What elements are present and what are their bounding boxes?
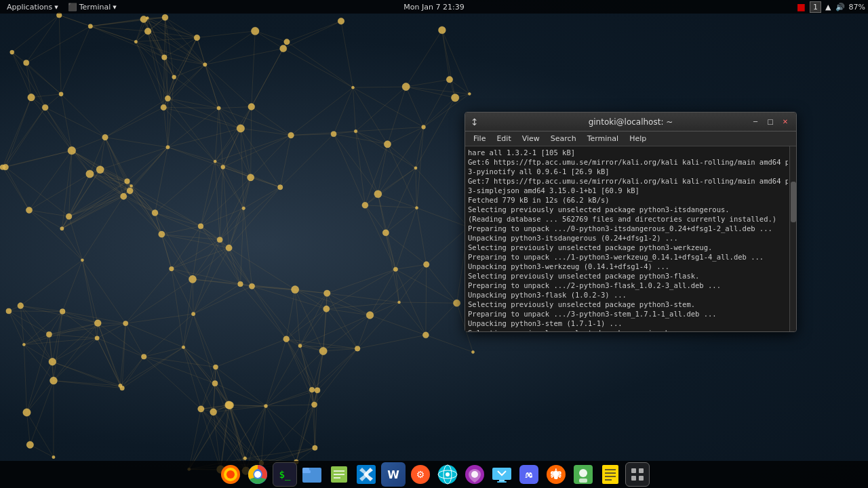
- dock-icon-discord[interactable]: [517, 462, 541, 487]
- menu-file[interactable]: File: [468, 133, 491, 144]
- svg-rect-32: [602, 465, 618, 484]
- speaker-icon: 🔊: [835, 3, 845, 12]
- menu-terminal[interactable]: Terminal: [582, 133, 625, 144]
- svg-rect-7: [302, 468, 309, 472]
- applications-menu[interactable]: Applications ▾: [3, 2, 62, 12]
- terminal-line: Preparing to unpack .../3-python3-stem_1…: [468, 309, 788, 319]
- svg-rect-38: [639, 468, 644, 473]
- svg-rect-37: [631, 468, 636, 473]
- svg-point-2: [226, 470, 235, 479]
- terminal-scrollbar-thumb[interactable]: [791, 182, 796, 222]
- dock-icon-chrome[interactable]: [245, 462, 270, 487]
- terminal-line: Preparing to unpack .../1-python3-werkze…: [468, 252, 788, 262]
- terminal-line: Selecting previously unselected package …: [468, 328, 788, 331]
- terminal-menubar: File Edit View Search Terminal Help: [465, 131, 796, 146]
- terminal-menu[interactable]: ⬛ Terminal ▾: [64, 2, 121, 12]
- svg-point-30: [579, 469, 587, 477]
- terminal-titlebar[interactable]: ↕ gintoki@localhost: ~ ─ □ ✕: [465, 113, 796, 131]
- terminal-line: Preparing to unpack .../2-python3-flask_…: [468, 281, 788, 290]
- menu-help[interactable]: Help: [624, 133, 652, 144]
- terminal-icon-small: ⬛: [68, 3, 77, 12]
- dock-icon-custom1[interactable]: ⚙: [408, 462, 433, 487]
- window-count: 1: [810, 1, 821, 13]
- svg-point-25: [526, 474, 528, 476]
- dock-icon-sticky[interactable]: [327, 462, 351, 487]
- close-button[interactable]: ✕: [780, 117, 791, 127]
- svg-rect-31: [579, 479, 587, 483]
- terminal-line: Preparing to unpack .../0-python3-itsdan…: [468, 224, 788, 233]
- applications-arrow: ▾: [54, 3, 58, 12]
- dock-icon-network[interactable]: [435, 462, 460, 487]
- dock-icon-green[interactable]: [571, 462, 595, 487]
- red-indicator: ■: [797, 1, 806, 12]
- dock-icon-files[interactable]: [300, 462, 324, 487]
- dock-icon-word[interactable]: W: [381, 462, 406, 487]
- terminal-line: hare all 1.3.2-1 [105 kB]: [468, 148, 788, 157]
- dock-icon-browser2[interactable]: [462, 462, 487, 487]
- top-right-panel: ■ 1 ▲ 🔊 87%: [797, 1, 865, 13]
- battery-pct: 87%: [849, 3, 865, 12]
- terminal-line: Unpacking python3-itsdangerous (0.24+dfs…: [468, 233, 788, 243]
- terminal-scrollbar[interactable]: [789, 146, 796, 331]
- cursor-icon: ↕: [471, 117, 479, 127]
- terminal-line: Get:6 https://ftp.acc.umu.se/mirror/kali…: [468, 157, 788, 167]
- terminal-line: Unpacking python3-werkzeug (0.14.1+dfsg1…: [468, 262, 788, 271]
- dock-icon-firefox[interactable]: [218, 462, 243, 487]
- applications-label: Applications: [7, 3, 52, 12]
- svg-point-18: [446, 472, 450, 476]
- menu-edit[interactable]: Edit: [491, 133, 516, 144]
- svg-point-20: [471, 471, 478, 478]
- svg-point-26: [530, 474, 531, 476]
- svg-rect-21: [492, 468, 511, 480]
- dock-icon-appgrid[interactable]: [625, 462, 650, 487]
- menu-view[interactable]: View: [517, 133, 545, 144]
- svg-text:🕷: 🕷: [551, 468, 561, 481]
- terminal-title: gintoki@localhost: ~: [589, 117, 673, 127]
- top-left-panel: Applications ▾ ⬛ Terminal ▾: [3, 2, 121, 12]
- dock-icon-vscode[interactable]: [354, 462, 378, 487]
- minimize-button[interactable]: ─: [750, 117, 761, 127]
- top-center-panel: Mon Jan 7 21:39: [403, 3, 464, 12]
- terminal-body[interactable]: hare all 1.3.2-1 [105 kB]Get:6 https://f…: [465, 146, 796, 331]
- dock-icon-notes[interactable]: [598, 462, 623, 487]
- svg-point-4: [254, 471, 261, 478]
- dock-icon-terminal[interactable]: $_: [273, 462, 297, 487]
- terminal-line: 3-simplejson amd64 3.15.0-1+b1 [60.9 kB]: [468, 186, 788, 195]
- terminal-line: Get:7 https://ftp.acc.umu.se/mirror/kali…: [468, 176, 788, 186]
- battery-display: 87%: [849, 3, 865, 12]
- dock-icon-burpsuite[interactable]: 🕷: [544, 462, 568, 487]
- top-panel: Applications ▾ ⬛ Terminal ▾ Mon Jan 7 21…: [0, 0, 868, 14]
- svg-rect-40: [639, 476, 644, 481]
- wifi-icon: ▲: [825, 3, 831, 12]
- svg-rect-23: [497, 481, 507, 483]
- terminal-line: (Reading database ... 562769 files and d…: [468, 214, 788, 224]
- terminal-line: Selecting previously unselected package …: [468, 300, 788, 309]
- terminal-line: Unpacking python3-flask (1.0.2-3) ...: [468, 290, 788, 300]
- svg-text:⚙: ⚙: [416, 469, 425, 480]
- terminal-line: Unpacking python3-stem (1.7.1-1) ...: [468, 319, 788, 328]
- terminal-window: ↕ gintoki@localhost: ~ ─ □ ✕ File Edit V…: [465, 112, 797, 332]
- terminal-line: 3-pyinotify all 0.9.6-1 [26.9 kB]: [468, 167, 788, 176]
- terminal-output: hare all 1.3.2-1 [105 kB]Get:6 https://f…: [468, 148, 788, 331]
- terminal-arrow: ▾: [113, 3, 117, 12]
- terminal-controls: ─ □ ✕: [750, 117, 791, 127]
- svg-rect-39: [631, 476, 636, 481]
- terminal-line: Fetched 779 kB in 12s (66.2 kB/s): [468, 195, 788, 205]
- taskbar: $_ W ⚙: [0, 461, 868, 488]
- terminal-label: Terminal: [79, 3, 111, 12]
- dock-icon-remote[interactable]: [490, 462, 514, 487]
- terminal-line: Selecting previously unselected package …: [468, 271, 788, 281]
- datetime-display: Mon Jan 7 21:39: [403, 3, 464, 12]
- terminal-line: Selecting previously unselected package …: [468, 205, 788, 214]
- maximize-button[interactable]: □: [765, 117, 776, 127]
- menu-search[interactable]: Search: [545, 133, 582, 144]
- terminal-line: Selecting previously unselected package …: [468, 243, 788, 252]
